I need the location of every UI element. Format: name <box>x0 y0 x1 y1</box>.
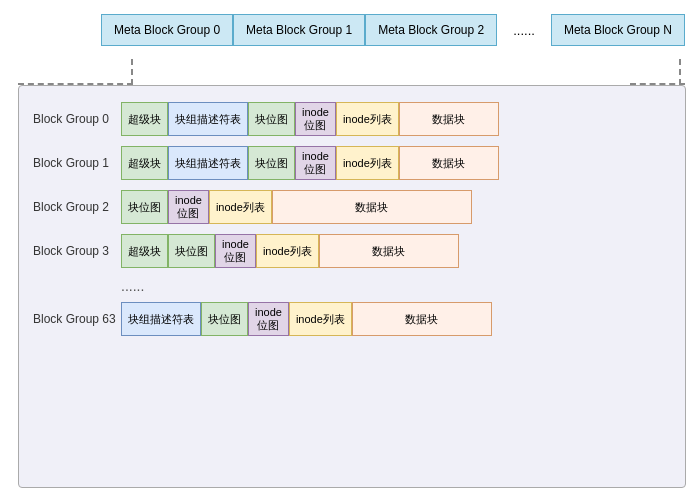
cell-block-map-0: 块位图 <box>248 102 295 136</box>
cell-data-63: 数据块 <box>352 302 492 336</box>
block-group-cells-1: 超级块 块组描述符表 块位图 inode位图 inode列表 数据块 <box>121 146 499 180</box>
block-group-label-2: Block Group 2 <box>33 200 121 214</box>
cell-block-map-63: 块位图 <box>201 302 248 336</box>
cell-super-1: 超级块 <box>121 146 168 180</box>
cell-inode-map-1: inode位图 <box>295 146 336 180</box>
cell-data-2: 数据块 <box>272 190 472 224</box>
cell-inode-list-63: inode列表 <box>289 302 352 336</box>
cell-block-desc-63: 块组描述符表 <box>121 302 201 336</box>
cell-inode-map-2: inode位图 <box>168 190 209 224</box>
block-group-row-0: Block Group 0 超级块 块组描述符表 块位图 inode位图 ino… <box>33 102 671 136</box>
block-group-row-1: Block Group 1 超级块 块组描述符表 块位图 inode位图 ino… <box>33 146 671 180</box>
block-group-cells-63: 块组描述符表 块位图 inode位图 inode列表 数据块 <box>121 302 492 336</box>
cell-block-desc-0: 块组描述符表 <box>168 102 248 136</box>
block-group-cells-0: 超级块 块组描述符表 块位图 inode位图 inode列表 数据块 <box>121 102 499 136</box>
cell-data-3: 数据块 <box>319 234 459 268</box>
cell-block-map-2: 块位图 <box>121 190 168 224</box>
block-group-row-2: Block Group 2 块位图 inode位图 inode列表 数据块 <box>33 190 671 224</box>
meta-block-ellipsis: ...... <box>497 15 551 46</box>
block-group-row-3: Block Group 3 超级块 块位图 inode位图 inode列表 数据… <box>33 234 671 268</box>
cell-data-1: 数据块 <box>399 146 499 180</box>
dashed-connector-left <box>131 59 133 85</box>
cell-block-map-3: 块位图 <box>168 234 215 268</box>
main-container: Block Group 0 超级块 块组描述符表 块位图 inode位图 ino… <box>18 85 686 488</box>
meta-block-n: Meta Block Group N <box>551 14 685 46</box>
cell-inode-list-0: inode列表 <box>336 102 399 136</box>
ellipsis-row: ...... <box>33 278 671 294</box>
block-group-row-63: Block Group 63 块组描述符表 块位图 inode位图 inode列… <box>33 302 671 336</box>
cell-inode-list-3: inode列表 <box>256 234 319 268</box>
block-group-label-0: Block Group 0 <box>33 112 121 126</box>
meta-block-1: Meta Block Group 1 <box>233 14 365 46</box>
block-group-cells-2: 块位图 inode位图 inode列表 数据块 <box>121 190 472 224</box>
cell-inode-map-3: inode位图 <box>215 234 256 268</box>
block-group-label-1: Block Group 1 <box>33 156 121 170</box>
cell-inode-list-2: inode列表 <box>209 190 272 224</box>
cell-data-0: 数据块 <box>399 102 499 136</box>
block-group-label-3: Block Group 3 <box>33 244 121 258</box>
cell-block-desc-1: 块组描述符表 <box>168 146 248 180</box>
meta-block-2: Meta Block Group 2 <box>365 14 497 46</box>
cell-block-map-1: 块位图 <box>248 146 295 180</box>
cell-inode-map-63: inode位图 <box>248 302 289 336</box>
meta-block-row: Meta Block Group 0 Meta Block Group 1 Me… <box>100 14 686 46</box>
cell-inode-list-1: inode列表 <box>336 146 399 180</box>
meta-block-0: Meta Block Group 0 <box>101 14 233 46</box>
block-group-label-63: Block Group 63 <box>33 312 121 326</box>
block-group-cells-3: 超级块 块位图 inode位图 inode列表 数据块 <box>121 234 459 268</box>
cell-super-3: 超级块 <box>121 234 168 268</box>
cell-inode-map-0: inode位图 <box>295 102 336 136</box>
cell-super-0: 超级块 <box>121 102 168 136</box>
dashed-connector-right <box>679 59 681 85</box>
